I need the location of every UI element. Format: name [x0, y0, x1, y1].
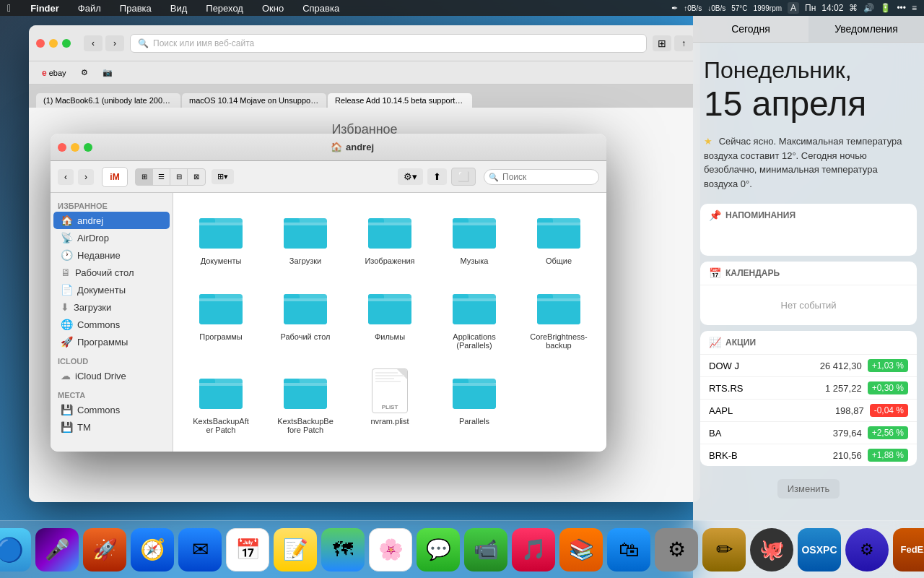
- browser-url-bar[interactable]: 🔍 Поиск или имя веб-сайта: [130, 34, 647, 53]
- finder-toolbar-im-icon[interactable]: iM: [102, 167, 128, 187]
- dock-icon-notes[interactable]: 📝: [274, 528, 317, 571]
- sidebar-item-tm[interactable]: 💾 TM: [53, 418, 170, 436]
- dock-icon-safari[interactable]: 🧭: [131, 528, 174, 571]
- sidebar-item-icloud[interactable]: ☁ iCloud Drive: [53, 367, 170, 384]
- finder-item-3[interactable]: Музыка: [437, 204, 511, 269]
- menubar-lang[interactable]: A: [788, 2, 799, 14]
- menubar-edit[interactable]: Правка: [117, 3, 154, 14]
- menubar-file[interactable]: Файл: [75, 3, 104, 14]
- finder-forward-button[interactable]: ›: [78, 169, 94, 185]
- maximize-button[interactable]: [62, 39, 71, 48]
- menubar-go[interactable]: Переход: [203, 3, 246, 14]
- finder-item-5[interactable]: Программы: [184, 280, 258, 353]
- dock-icon-messages[interactable]: 💬: [417, 528, 460, 571]
- browser-bookmark-icon[interactable]: ⊞: [653, 35, 671, 51]
- stock-row-1[interactable]: RTS.RS 1 257,22 +0,30 %: [700, 376, 917, 399]
- sidebar-item-desktop[interactable]: 🖥 Рабочий стол: [53, 264, 170, 281]
- dock-icon-facetime[interactable]: 📹: [464, 528, 507, 571]
- bookmark-photo[interactable]: 📷: [97, 66, 118, 79]
- finder-icon-view-button[interactable]: ⊞: [136, 169, 153, 185]
- dock-icon-gilroy[interactable]: ⚙: [845, 528, 889, 571]
- finder-column-view-button[interactable]: ⊟: [170, 169, 188, 185]
- sidebar-item-andrej[interactable]: 🏠 andrej: [53, 212, 170, 229]
- dock-icon-github[interactable]: 🐙: [750, 528, 793, 571]
- finder-cover-flow-button[interactable]: ⊞▾: [212, 169, 234, 184]
- sidebar-item-recents[interactable]: 🕐 Недавние: [53, 246, 170, 264]
- appstore-dock-icon: 🛍: [619, 538, 639, 561]
- browser-back-button[interactable]: ‹: [84, 35, 103, 51]
- finder-search-input[interactable]: [484, 169, 599, 185]
- finder-list-view-button[interactable]: ☰: [153, 169, 170, 185]
- dock-icon-osxpc[interactable]: OSXPC: [798, 528, 841, 571]
- dock-icon-maps[interactable]: 🗺: [321, 528, 365, 571]
- finder-item-1[interactable]: Загрузки: [269, 204, 342, 269]
- close-button[interactable]: [36, 39, 45, 48]
- menubar-view[interactable]: Вид: [167, 3, 191, 14]
- finder-item-13[interactable]: Parallels: [437, 364, 511, 438]
- nc-edit-button[interactable]: Изменить: [777, 479, 840, 499]
- dock-icon-finder[interactable]: 🔵: [0, 528, 31, 571]
- stock-row-4[interactable]: BRK-B 210,56 +1,88 %: [700, 444, 917, 466]
- finder-item-6[interactable]: Рабочий стол: [269, 280, 342, 353]
- finder-maximize-button[interactable]: [84, 143, 92, 152]
- sidebar-item-downloads[interactable]: ⬇ Загрузки: [53, 298, 170, 316]
- dock-icon-launchpad[interactable]: 🚀: [83, 528, 126, 571]
- dock-icon-fedex[interactable]: FedEx: [893, 528, 924, 571]
- menubar-list-icon[interactable]: ≡: [912, 3, 917, 13]
- nc-tab-today[interactable]: Сегодня: [693, 16, 808, 42]
- finder-gallery-view-button[interactable]: ⊠: [188, 169, 205, 185]
- dock-icon-appstore[interactable]: 🛍: [607, 528, 650, 571]
- finder-close-button[interactable]: [58, 143, 66, 152]
- menubar-finder[interactable]: Finder: [27, 3, 62, 14]
- sidebar-item-airdrop[interactable]: 📡 AirDrop: [53, 229, 170, 246]
- dock-icon-mail[interactable]: ✉: [178, 528, 222, 571]
- finder-item-icon-3: [451, 207, 497, 254]
- finder-action-button[interactable]: ⚙▾: [398, 168, 423, 185]
- finder-item-12[interactable]: PLIST nvram.plist: [353, 364, 427, 438]
- finder-item-4[interactable]: Общие: [522, 204, 596, 269]
- dock-icon-siri[interactable]: 🎤: [35, 528, 79, 571]
- bookmark-settings[interactable]: ⚙: [75, 66, 94, 79]
- dock-icon-photos[interactable]: 🌸: [369, 528, 412, 571]
- dock-icon-script[interactable]: ✏: [702, 528, 746, 571]
- finder-item-0[interactable]: Документы: [184, 204, 258, 269]
- nc-tab-notifications[interactable]: Уведомления: [808, 16, 924, 42]
- menubar-volume-icon[interactable]: 🔊: [863, 3, 874, 13]
- finder-item-2[interactable]: Изображения: [353, 204, 427, 269]
- browser-forward-button[interactable]: ›: [105, 35, 124, 51]
- menubar-time[interactable]: 14:02: [821, 3, 843, 13]
- stock-row-3[interactable]: BA 379,64 +2,56 %: [700, 421, 917, 444]
- menubar-more-icon[interactable]: •••: [897, 3, 906, 13]
- finder-item-11[interactable]: KextsBackupBefore Patch: [269, 364, 342, 438]
- finder-item-7[interactable]: Фильмы: [353, 280, 427, 353]
- menubar-bluetooth-icon[interactable]: ⌘: [849, 3, 858, 13]
- sidebar-item-commons[interactable]: 🌐 Commons: [53, 316, 170, 333]
- stock-row-0[interactable]: DOW J 26 412,30 +1,03 %: [700, 354, 917, 376]
- browser-tab-0[interactable]: (1) MacBook6.1 (unibody late 2009) (2489…: [36, 93, 180, 108]
- dock-icon-books[interactable]: 📚: [559, 528, 603, 571]
- apple-logo-icon[interactable]: : [7, 2, 11, 14]
- finder-item-9[interactable]: CoreBrightness-backup: [522, 280, 596, 353]
- finder-minimize-button[interactable]: [71, 143, 79, 152]
- finder-item-8[interactable]: Applications (Parallels): [437, 280, 511, 353]
- sidebar-item-documents[interactable]: 📄 Документы: [53, 281, 170, 298]
- sidebar-item-commons2[interactable]: 💾 Commons: [53, 401, 170, 418]
- dock-icon-music[interactable]: 🎵: [512, 528, 555, 571]
- stock-row-2[interactable]: AAPL 198,87 -0,04 %: [700, 399, 917, 421]
- finder-item-10[interactable]: KextsBackupAfter Patch: [184, 364, 258, 438]
- menubar-window[interactable]: Окно: [259, 3, 287, 14]
- browser-share-icon[interactable]: ↑: [674, 35, 693, 51]
- dock-icon-preferences[interactable]: ⚙: [655, 528, 698, 571]
- dock-icon-calendar[interactable]: 📅: [226, 528, 269, 571]
- finder-share-button[interactable]: ⬆: [427, 168, 447, 185]
- menubar-help[interactable]: Справка: [300, 3, 342, 14]
- bookmark-ebay[interactable]: e ebay: [36, 66, 72, 80]
- sidebar-label-desktop: Рабочий стол: [75, 267, 134, 278]
- browser-tab-2[interactable]: Release Add 10.14.5 beta support - Andre…: [328, 93, 472, 108]
- finder-tag-button[interactable]: ⬜: [451, 168, 476, 186]
- browser-tab-1[interactable]: macOS 10.14 Mojave on Unsupported Macs..…: [182, 93, 326, 108]
- finder-back-button[interactable]: ‹: [58, 169, 74, 185]
- minimize-button[interactable]: [49, 39, 58, 48]
- menubar-battery-icon[interactable]: 🔋: [880, 3, 891, 13]
- sidebar-item-apps[interactable]: 🚀 Программы: [53, 333, 170, 350]
